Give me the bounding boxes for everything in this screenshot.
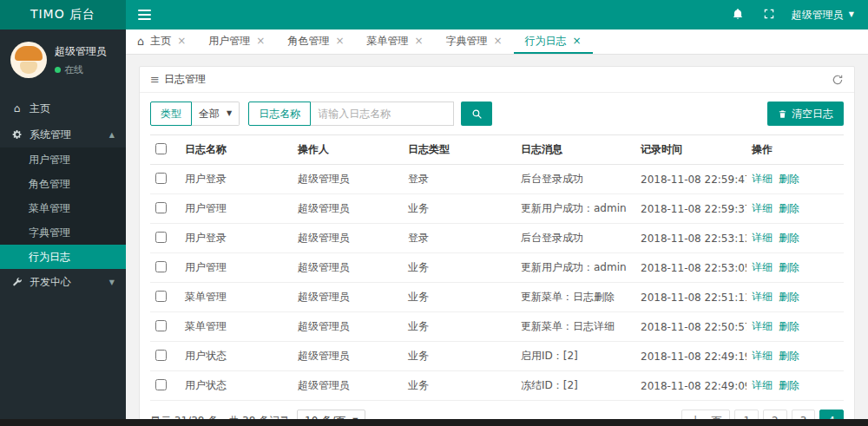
delete-link[interactable]: 删除	[779, 320, 799, 332]
col-actions: 操作	[746, 135, 844, 165]
avatar	[10, 42, 47, 78]
sidebar-item-action-log[interactable]: 行为日志	[0, 245, 126, 269]
tab-close-icon[interactable]: ×	[414, 35, 423, 47]
sidebar-item-home[interactable]: ⌂ 主页	[0, 95, 126, 121]
type-filter-label: 类型	[150, 102, 192, 126]
type-select[interactable]: 全部 ▼	[192, 102, 240, 126]
search-icon	[471, 108, 483, 120]
search-button[interactable]	[461, 102, 492, 126]
sidebar-item-system[interactable]: 系统管理 ▲	[0, 121, 126, 147]
row-checkbox[interactable]	[155, 202, 167, 213]
col-record-time: 记录时间	[635, 135, 746, 165]
detail-link[interactable]: 详细	[752, 350, 773, 362]
panel-header: ≡ 日志管理	[140, 67, 854, 93]
fullscreen-icon	[763, 8, 775, 23]
delete-link[interactable]: 删除	[779, 261, 799, 273]
wrench-icon	[11, 277, 23, 287]
tab-close-icon[interactable]: ×	[177, 35, 186, 47]
system-submenu: 用户管理 角色管理 菜单管理 字典管理 行为日志	[0, 147, 126, 269]
row-checkbox[interactable]	[155, 232, 167, 243]
table-row: 用户登录 超级管理员 登录 后台登录成功 2018-11-08 22:59:47…	[150, 165, 844, 194]
list-icon: ≡	[150, 73, 160, 86]
tab-users[interactable]: 用户管理 ×	[197, 29, 276, 54]
sidebar-item-roles[interactable]: 角色管理	[0, 172, 126, 196]
top-bar: TIMO 后台 超级管理员 ▼	[0, 0, 868, 29]
tab-home[interactable]: ⌂ 主页 ×	[126, 29, 197, 54]
user-menu[interactable]: 超级管理员 ▼	[785, 0, 868, 29]
sidebar-item-menus[interactable]: 菜单管理	[0, 196, 126, 220]
row-checkbox[interactable]	[155, 320, 167, 331]
profile-card: 超级管理员 在线	[0, 29, 126, 88]
log-panel: ≡ 日志管理 类型 全部 ▼ 日志名称 清空日志	[139, 66, 855, 426]
detail-link[interactable]: 详细	[752, 173, 773, 185]
row-checkbox[interactable]	[155, 173, 167, 184]
detail-link[interactable]: 详细	[752, 320, 773, 332]
profile-name: 超级管理员	[55, 44, 107, 59]
tab-roles[interactable]: 角色管理 ×	[276, 29, 355, 54]
online-dot-icon	[55, 67, 61, 73]
refresh-button[interactable]	[832, 74, 844, 86]
sidebar-item-label: 主页	[30, 102, 50, 116]
table-row: 用户管理 超级管理员 业务 更新用户成功：admin 2018-11-08 22…	[150, 253, 844, 283]
sidebar-item-label: 开发中心	[30, 275, 71, 290]
sidebar-item-users[interactable]: 用户管理	[0, 147, 126, 172]
row-checkbox[interactable]	[155, 291, 167, 302]
table-row: 用户管理 超级管理员 业务 更新用户成功：admin 2018-11-08 22…	[150, 194, 844, 224]
table-row: 菜单管理 超级管理员 业务 更新菜单：日志详细 2018-11-08 22:50…	[150, 312, 844, 342]
sidebar-item-dev-center[interactable]: 开发中心 ▼	[0, 269, 126, 295]
sidebar: 超级管理员 在线 ⌂ 主页 系统管理 ▲ 用户管理 角色管理 菜单管理 字典管理…	[0, 29, 126, 426]
tab-menus[interactable]: 菜单管理 ×	[355, 29, 434, 54]
refresh-icon	[832, 74, 844, 86]
delete-link[interactable]: 删除	[779, 232, 799, 244]
tab-dict[interactable]: 字典管理 ×	[435, 29, 514, 54]
sidebar-item-label: 系统管理	[30, 128, 71, 142]
select-all-checkbox[interactable]	[155, 143, 167, 154]
tab-action-log[interactable]: 行为日志 ×	[514, 29, 593, 54]
log-name-input[interactable]	[311, 102, 454, 126]
clear-logs-button[interactable]: 清空日志	[767, 102, 844, 126]
tab-close-icon[interactable]: ×	[335, 35, 344, 47]
home-icon: ⌂	[137, 35, 144, 48]
col-log-name: 日志名称	[180, 135, 293, 165]
detail-link[interactable]: 详细	[752, 379, 773, 391]
name-filter-label: 日志名称	[248, 102, 311, 126]
table-row: 菜单管理 超级管理员 业务 更新菜单：日志删除 2018-11-08 22:51…	[150, 283, 844, 312]
delete-link[interactable]: 删除	[779, 350, 799, 362]
row-checkbox[interactable]	[155, 350, 167, 361]
chevron-down-icon: ▼	[227, 110, 232, 117]
sidebar-item-dict[interactable]: 字典管理	[0, 220, 126, 245]
bottom-strip	[0, 419, 868, 426]
detail-link[interactable]: 详细	[752, 291, 773, 303]
gear-icon	[11, 129, 23, 140]
bell-icon	[732, 8, 744, 23]
detail-link[interactable]: 详细	[752, 261, 773, 273]
delete-link[interactable]: 删除	[779, 379, 799, 391]
delete-link[interactable]: 删除	[779, 173, 799, 185]
detail-link[interactable]: 详细	[752, 232, 773, 244]
table-row: 用户状态 超级管理员 业务 启用ID：[2] 2018-11-08 22:49:…	[150, 342, 844, 371]
tab-close-icon[interactable]: ×	[256, 35, 265, 47]
table-header-row: 日志名称 操作人 日志类型 日志消息 记录时间 操作	[150, 135, 844, 165]
col-log-type: 日志类型	[403, 135, 516, 165]
main-content: ≡ 日志管理 类型 全部 ▼ 日志名称 清空日志	[126, 55, 868, 419]
chevron-down-icon: ▼	[849, 11, 854, 18]
notifications-button[interactable]	[722, 0, 753, 29]
online-status-label: 在线	[64, 63, 83, 76]
online-status: 在线	[55, 63, 107, 76]
row-checkbox[interactable]	[155, 379, 167, 390]
fullscreen-button[interactable]	[753, 0, 785, 29]
sidebar-menu: ⌂ 主页 系统管理 ▲ 用户管理 角色管理 菜单管理 字典管理 行为日志 开发中…	[0, 95, 126, 295]
tab-close-icon[interactable]: ×	[573, 35, 582, 47]
log-table: 日志名称 操作人 日志类型 日志消息 记录时间 操作 用户登录 超级管理员 登录	[140, 134, 854, 401]
trash-icon	[778, 109, 787, 119]
row-checkbox[interactable]	[155, 261, 167, 272]
delete-link[interactable]: 删除	[779, 202, 799, 214]
tab-close-icon[interactable]: ×	[494, 35, 503, 47]
open-tabs-bar: ⌂ 主页 × 用户管理 × 角色管理 × 菜单管理 × 字典管理 × 行为日志 …	[126, 29, 868, 55]
sidebar-toggle-button[interactable]	[126, 0, 162, 29]
table-row: 用户登录 超级管理员 登录 后台登录成功 2018-11-08 22:53:13…	[150, 224, 844, 253]
detail-link[interactable]: 详细	[752, 202, 773, 214]
delete-link[interactable]: 删除	[779, 291, 799, 303]
col-operator: 操作人	[293, 135, 403, 165]
filter-toolbar: 类型 全部 ▼ 日志名称 清空日志	[140, 93, 854, 134]
